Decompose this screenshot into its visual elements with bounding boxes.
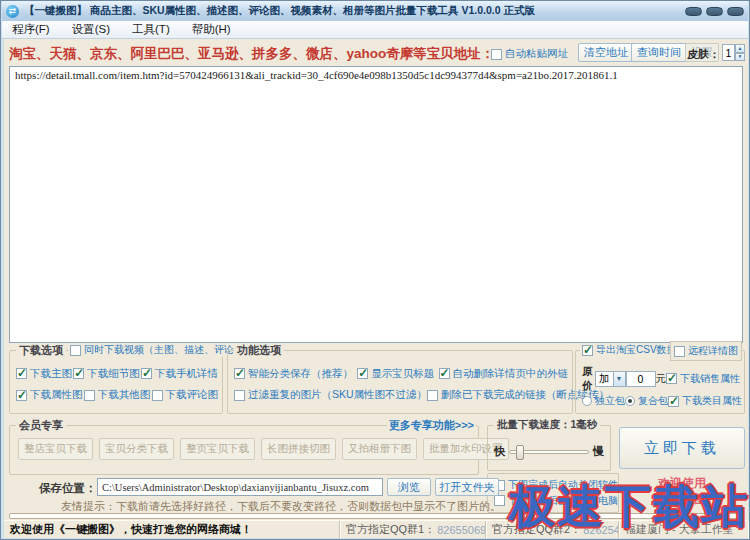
- status-studio: 福建厦门 - 大拿工作室: [619, 521, 748, 538]
- csv-panel-rows: 原价 加 ▼ 元 下载销售属性 独立包 复合包 下载类目属性: [582, 363, 740, 410]
- close-button[interactable]: [727, 7, 744, 16]
- smart-save-label: 智能分类保存（推荐）: [248, 367, 353, 381]
- supported-sites-label: 淘宝、天猫、京东、阿里巴巴、亚马逊、拼多多、微店、yahoo奇摩等宝贝地址：: [9, 45, 494, 63]
- dl-comment-image-label: 下载评论图: [166, 388, 219, 402]
- welcome-pink-text: 欢迎使用: [619, 475, 745, 492]
- friendly-tip: 友情提示：下载前请先选择好路径，下载后不要改变路径，否则数据包中显示不了图片的。: [61, 499, 501, 514]
- checkbox-icon: [582, 345, 593, 356]
- clear-address-button[interactable]: 清空地址: [578, 43, 634, 62]
- qq1-label: 官方指定QQ群1：: [346, 522, 435, 537]
- category-attr-label: 下载类目属性: [682, 394, 742, 408]
- sales-attr-label: 下载销售属性: [680, 372, 740, 386]
- window-title: 【一键搬图】 商品主图、SKU属性图、描述图、评论图、视频素材、相册等图片批量下…: [24, 4, 685, 18]
- radio-icon: [582, 396, 592, 406]
- csv-export-panel: 导出淘宝CSV数据包 远程详情图 原价 加 ▼ 元 下载销售属性: [575, 350, 745, 414]
- speed-legend: 批量下载速度：1毫秒: [494, 418, 600, 432]
- slider-thumb[interactable]: [516, 445, 524, 460]
- single-package-radio[interactable]: 独立包: [582, 394, 625, 408]
- checkbox-icon: [234, 368, 245, 379]
- window-controls: [685, 7, 744, 16]
- minimize-button[interactable]: [685, 7, 702, 16]
- download-video-checkbox[interactable]: 同时下载视频（主图、描述、评论）: [68, 343, 246, 357]
- auto-paste-checkbox[interactable]: 自动粘贴网址: [491, 47, 568, 61]
- combo-package-radio[interactable]: 复合包: [625, 394, 668, 408]
- price-value-input[interactable]: [626, 371, 656, 387]
- slider-track[interactable]: [509, 450, 589, 454]
- member-zone-legend: 会员专享: [16, 418, 66, 433]
- single-package-label: 独立包: [595, 394, 625, 408]
- remote-detail-checkbox[interactable]: 远程详情图: [670, 341, 742, 361]
- more-features-link[interactable]: 更多专享功能>>>: [387, 418, 476, 433]
- menu-program[interactable]: 程序(F): [12, 22, 50, 37]
- download-options-group: 下载选项 同时下载视频（主图、描述、评论） 下载主图 下载细节图 下载手机详情 …: [9, 350, 223, 414]
- menu-help[interactable]: 帮助(H): [192, 22, 231, 37]
- category-attr-checkbox[interactable]: 下载类目属性: [668, 394, 742, 408]
- dl-mobile-detail-checkbox[interactable]: 下载手机详情: [141, 367, 218, 381]
- save-path-text: C:\Users\Administrator\Desktop\daxianyij…: [102, 482, 369, 493]
- price-op-value: 加: [599, 372, 610, 386]
- price-unit-label: 元: [656, 372, 667, 386]
- show-title-label: 显示宝贝标题: [371, 367, 434, 381]
- checkbox-icon: [491, 49, 502, 60]
- main-content: 淘宝、天猫、京东、阿里巴巴、亚马逊、拼多多、微店、yahoo奇摩等宝贝地址： 自…: [4, 39, 748, 538]
- checkbox-icon: [16, 368, 27, 379]
- open-folder-button[interactable]: 打开文件夹: [435, 478, 499, 496]
- upyun-album-download-button[interactable]: 又拍相册下图: [342, 438, 417, 460]
- long-image-slice-button[interactable]: 长图拼接切图: [261, 438, 336, 460]
- dl-main-image-checkbox[interactable]: 下载主图: [16, 367, 72, 381]
- whole-store-download-button[interactable]: 整店宝贝下载: [18, 438, 93, 460]
- remove-external-links-checkbox[interactable]: 自动删除详情页中的外链: [439, 367, 569, 381]
- brand-pink-text: 一键搬图: [619, 491, 745, 508]
- checkbox-icon: [674, 346, 685, 357]
- shutdown-pc-after-checkbox[interactable]: 下图完成后自动关闭电脑: [494, 494, 614, 508]
- skin-value-input[interactable]: [722, 44, 735, 61]
- price-op-select[interactable]: 加 ▼: [595, 371, 626, 387]
- dl-comment-image-checkbox[interactable]: 下载评论图: [152, 388, 219, 402]
- slow-label: 慢: [593, 444, 604, 459]
- member-zone-group: 会员专享 更多专享功能>>> 整店宝贝下载 宝贝分类下载 整页宝贝下载 长图拼接…: [9, 425, 479, 475]
- download-video-label: 同时下载视频（主图、描述、评论）: [84, 343, 244, 357]
- checkbox-icon: [84, 390, 95, 401]
- chevron-down-icon: ▼: [613, 372, 625, 386]
- spinner-down-icon[interactable]: ▼: [735, 53, 745, 62]
- browse-button[interactable]: 浏览: [387, 478, 431, 496]
- qq2-label: 官方指定QQ群2：: [492, 522, 581, 537]
- maximize-button[interactable]: [706, 7, 723, 16]
- function-options-legend: 功能选项: [234, 343, 284, 358]
- dl-other-image-checkbox[interactable]: 下载其他图: [84, 388, 151, 402]
- speed-group: 批量下载速度：1毫秒 快 慢: [487, 425, 611, 471]
- save-path-input[interactable]: C:\Users\Administrator\Desktop\daxianyij…: [97, 478, 383, 496]
- checkbox-icon: [427, 390, 438, 401]
- function-options-rows: 智能分类保存（推荐） 显示宝贝标题 自动删除详情页中的外链 过滤重复的图片（SK…: [234, 359, 568, 410]
- function-options-group: 功能选项 智能分类保存（推荐） 显示宝贝标题 自动删除详情页中的外链 过滤重复的…: [227, 350, 573, 414]
- close-app-after-label: 下图完成后自动关闭软件: [508, 478, 618, 492]
- title-bar: ⇄ 【一键搬图】 商品主图、SKU属性图、描述图、评论图、视频素材、相册等图片批…: [2, 1, 748, 21]
- query-time-button[interactable]: 查询时间: [631, 43, 687, 62]
- dl-attr-image-checkbox[interactable]: 下载属性图: [16, 388, 83, 402]
- checkbox-icon: [439, 368, 450, 379]
- radio-icon: [625, 396, 635, 406]
- checkbox-icon: [357, 368, 368, 379]
- whole-page-download-button[interactable]: 整页宝贝下载: [180, 438, 255, 460]
- checkbox-icon: [668, 396, 679, 407]
- smart-save-checkbox[interactable]: 智能分类保存（推荐）: [234, 367, 353, 381]
- checkbox-icon: [152, 390, 163, 401]
- download-now-button[interactable]: 立即下载: [619, 427, 745, 469]
- close-app-after-checkbox[interactable]: 下图完成后自动关闭软件: [494, 478, 614, 492]
- dl-attr-image-label: 下载属性图: [30, 388, 83, 402]
- auto-paste-label: 自动粘贴网址: [505, 47, 568, 61]
- dl-mobile-detail-label: 下载手机详情: [155, 367, 218, 381]
- filter-duplicate-checkbox[interactable]: 过滤重复的图片（SKU属性图不过滤）: [234, 388, 427, 402]
- url-input-area[interactable]: https://detail.tmall.com/item.htm?id=570…: [9, 66, 743, 343]
- menu-settings[interactable]: 设置(S): [72, 22, 110, 37]
- show-title-checkbox[interactable]: 显示宝贝标题: [357, 367, 434, 381]
- menu-tools[interactable]: 工具(T): [132, 22, 170, 37]
- category-download-button[interactable]: 宝贝分类下载: [99, 438, 174, 460]
- qq1-number: 826550696: [437, 524, 486, 536]
- combo-package-label: 复合包: [638, 394, 668, 408]
- spinner-up-icon[interactable]: ▲: [735, 44, 745, 53]
- dl-detail-image-checkbox[interactable]: 下载细节图: [73, 367, 140, 381]
- sales-attr-checkbox[interactable]: 下载销售属性: [666, 372, 740, 386]
- skin-spinner[interactable]: ▲ ▼: [722, 44, 745, 61]
- checkbox-icon: [141, 368, 152, 379]
